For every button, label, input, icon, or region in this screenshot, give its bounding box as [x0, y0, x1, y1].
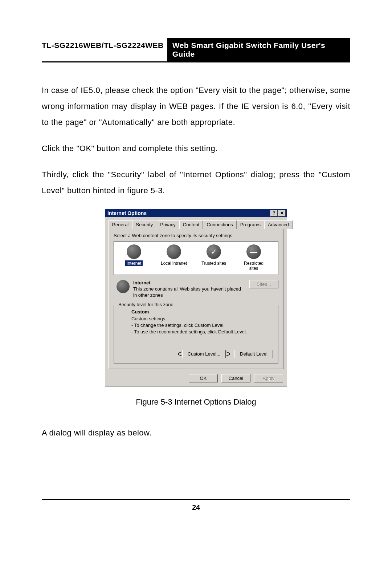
paragraph-1: In case of IE5.0, please check the optio…	[42, 82, 350, 130]
paragraph-4: A dialog will display as below.	[42, 425, 350, 441]
zone-internet-label: Internet	[125, 260, 143, 266]
page-number: 24	[42, 503, 350, 512]
zone-restricted-sites[interactable]: Restricted sites	[237, 244, 270, 272]
zone-internet[interactable]: Internet	[118, 244, 150, 272]
tab-advanced[interactable]: Advanced	[264, 220, 293, 229]
globe-icon	[167, 244, 181, 259]
sites-button-wrap: Sites...	[249, 280, 278, 288]
zone-instruction: Select a Web content zone to specify its…	[114, 233, 278, 238]
figure-wrapper: Internet Options ? ✕ General Security Pr…	[42, 209, 350, 386]
paragraph-2: Click the "OK" button and complete this …	[42, 141, 350, 157]
close-button[interactable]: ✕	[278, 210, 286, 216]
tab-strip: General Security Privacy Content Connect…	[105, 217, 287, 229]
tab-programs[interactable]: Programs	[237, 220, 264, 229]
tab-security[interactable]: Security	[132, 220, 156, 229]
zone-trusted-label: Trusted sites	[200, 260, 228, 266]
level-button-row: Custom Level... Default Level	[119, 350, 273, 358]
tab-general[interactable]: General	[108, 220, 132, 229]
zone-desc-text: This zone contains all Web sites you hav…	[133, 286, 241, 298]
fieldset-legend: Security level for this zone	[117, 302, 175, 307]
zone-trusted-sites[interactable]: Trusted sites	[197, 244, 230, 272]
sites-button[interactable]: Sites...	[249, 280, 278, 288]
zone-restricted-label: Restricted sites	[237, 260, 270, 272]
header-title: Web Smart Gigabit Switch Family User's G…	[167, 38, 350, 61]
custom-line-2: - To use the recommended settings, click…	[131, 329, 247, 334]
paragraph-3: Thirdly, click the "Security" label of "…	[42, 167, 350, 199]
dialog-titlebar: Internet Options ? ✕	[105, 209, 287, 217]
dialog-title: Internet Options	[107, 210, 147, 216]
tab-content[interactable]: Content	[179, 220, 203, 229]
footer-rule	[42, 499, 350, 500]
internet-options-dialog: Internet Options ? ✕ General Security Pr…	[105, 209, 287, 386]
custom-title: Custom	[131, 309, 149, 315]
globe-icon	[117, 280, 130, 293]
page-header: TL-SG2216WEB/TL-SG2224WEB Web Smart Giga…	[42, 38, 350, 62]
custom-level-button[interactable]: Custom Level...	[182, 350, 226, 358]
security-panel: Select a Web content zone to specify its…	[108, 229, 284, 369]
tab-connections[interactable]: Connections	[203, 220, 236, 229]
default-level-button[interactable]: Default Level	[234, 350, 273, 358]
dialog-button-row: OK Cancel Apply	[105, 372, 287, 386]
custom-level-highlight: Custom Level...	[178, 350, 230, 358]
zone-name: Internet	[133, 280, 151, 285]
figure-caption: Figure 5-3 Internet Options Dialog	[42, 397, 350, 407]
minus-icon	[246, 244, 261, 259]
cancel-button[interactable]: Cancel	[221, 374, 250, 382]
globe-icon	[127, 244, 141, 259]
help-button[interactable]: ?	[270, 210, 278, 216]
custom-line-1: - To change the settings, click Custom L…	[131, 323, 225, 328]
ok-button[interactable]: OK	[189, 374, 218, 382]
apply-button[interactable]: Apply	[254, 374, 283, 382]
tab-privacy[interactable]: Privacy	[156, 220, 179, 229]
document-page: TL-SG2216WEB/TL-SG2224WEB Web Smart Giga…	[0, 0, 392, 534]
zone-list: Internet Local intranet Trusted sites Re…	[114, 241, 278, 275]
zone-local-label: Local intranet	[159, 260, 188, 266]
zone-local-intranet[interactable]: Local intranet	[158, 244, 190, 272]
header-model: TL-SG2216WEB/TL-SG2224WEB	[42, 38, 167, 61]
security-level-fieldset: Security level for this zone Custom Cust…	[114, 305, 278, 364]
checkmark-icon	[207, 244, 221, 259]
zone-description-row: Internet This zone contains all Web site…	[114, 280, 278, 299]
zone-description: Internet This zone contains all Web site…	[133, 280, 246, 299]
custom-settings-block: Custom Custom settings. - To change the …	[131, 309, 273, 335]
custom-subtitle: Custom settings.	[131, 316, 167, 321]
